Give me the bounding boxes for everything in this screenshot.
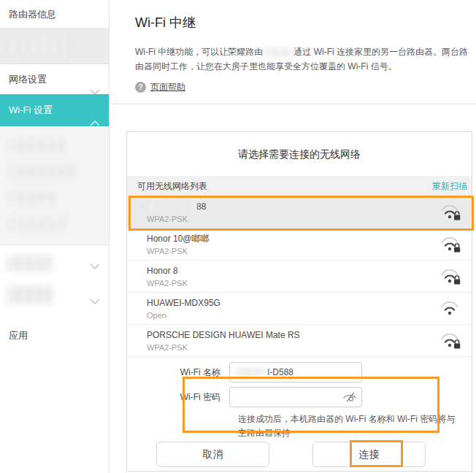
wifi-password-row: Wi-Fi 密码 — [127, 387, 362, 407]
network-row[interactable]: Honor 10@啷啷 WPA2-PSK — [127, 228, 472, 261]
network-security: Open — [147, 310, 472, 321]
chevron-down-icon — [90, 261, 100, 272]
password-visibility-icon[interactable] — [342, 391, 357, 406]
page-title: Wi-Fi 中继 — [135, 14, 196, 31]
wifi-name-label: Wi-Fi 名称 — [127, 366, 229, 379]
sidebar-item-censored-1[interactable] — [0, 28, 109, 64]
sidebar-item-router-info[interactable]: 路由器信息 — [0, 0, 109, 28]
network-ssid: Honor 8 — [147, 266, 472, 277]
wifi-lock-icon — [439, 331, 461, 353]
wifi-password-field — [229, 387, 362, 407]
network-ssid: PORSCHE DESIGN HUAWEI Mate RS — [147, 330, 472, 341]
network-row[interactable]: Honor 8 WPA2-PSK — [127, 261, 472, 293]
wifi-relay-panel: 请选择需要连接的无线网络 可用无线网络列表 重新扫描 88 WPA2-PSK H… — [126, 131, 472, 472]
censored-ssid-prefix — [236, 368, 266, 377]
panel-title: 请选择需要连接的无线网络 — [127, 132, 472, 176]
network-ssid: 88 — [147, 201, 472, 212]
wifi-password-input[interactable] — [236, 388, 342, 407]
wifi-lock-icon — [439, 267, 461, 289]
sidebar-subitem-censored[interactable] — [10, 191, 58, 204]
network-row-selected[interactable]: 88 WPA2-PSK — [127, 196, 472, 228]
page-help-link[interactable]: ? 页面帮助 — [135, 81, 185, 93]
censored-router-model — [265, 48, 291, 56]
page-description: Wi-Fi 中继功能，可以让荣耀路由通过 Wi-Fi 连接家里的另一台路由器。两… — [135, 45, 469, 74]
sidebar-item-network-settings[interactable]: 网络设置 — [0, 64, 109, 94]
sidebar-item-label: 路由器信息 — [9, 9, 56, 20]
sidebar-item-label: 应用 — [9, 330, 28, 341]
network-security: WPA2-PSK — [147, 342, 472, 353]
censored-label — [8, 255, 52, 272]
sidebar-subitem-censored[interactable] — [10, 218, 67, 231]
censored-label — [8, 285, 52, 304]
description-text-start: Wi-Fi 中继功能，可以让荣耀路由 — [135, 47, 263, 57]
wifi-lock-icon — [439, 203, 461, 225]
header-divider — [110, 104, 476, 104]
wifi-name-row: Wi-Fi 名称 I-D588 — [127, 362, 362, 382]
sidebar-subitem-censored[interactable] — [10, 138, 69, 153]
wifi-name-input[interactable]: I-D588 — [229, 362, 362, 382]
sidebar-item-censored-3[interactable] — [0, 281, 109, 315]
network-list-header: 可用无线网络列表 重新扫描 — [127, 176, 472, 196]
wifi-icon — [439, 299, 461, 321]
sidebar-item-apps[interactable]: 应用 — [0, 321, 109, 350]
sidebar-item-wifi-settings[interactable]: Wi-Fi 设置 — [0, 94, 109, 126]
network-ssid: HUAWEI-MDX95G — [147, 298, 472, 309]
network-list-header-label: 可用无线网络列表 — [137, 180, 207, 193]
censored-label — [7, 38, 73, 55]
network-security: WPA2-PSK — [147, 246, 472, 257]
network-security: WPA2-PSK — [147, 214, 472, 225]
chevron-down-icon — [90, 296, 100, 307]
wifi-lock-icon — [439, 235, 461, 257]
network-row[interactable]: PORSCHE DESIGN HUAWEI Mate RS WPA2-PSK — [127, 325, 472, 357]
wifi-password-label: Wi-Fi 密码 — [127, 391, 229, 404]
wifi-name-value: I-D588 — [267, 367, 293, 377]
question-circle-icon: ? — [135, 82, 146, 93]
sidebar-item-label: Wi-Fi 设置 — [9, 104, 53, 115]
sidebar-subitem-censored[interactable] — [10, 164, 79, 179]
cancel-button[interactable]: 取消 — [156, 442, 269, 467]
connect-button[interactable]: 连接 — [312, 442, 426, 467]
rescan-link[interactable]: 重新扫描 — [432, 180, 467, 193]
sidebar-item-censored-2[interactable] — [0, 245, 109, 281]
sidebar-item-label: 网络设置 — [9, 74, 47, 85]
sidebar-wifi-submenu — [0, 126, 109, 245]
censored-ssid — [147, 202, 195, 212]
network-ssid: Honor 10@啷啷 — [147, 234, 472, 245]
sidebar: 路由器信息 网络设置 Wi-Fi 设置 应用 — [0, 0, 110, 473]
network-security: WPA2-PSK — [147, 278, 472, 289]
page-help-label: 页面帮助 — [150, 81, 185, 93]
network-row[interactable]: HUAWEI-MDX95G Open — [127, 293, 472, 325]
